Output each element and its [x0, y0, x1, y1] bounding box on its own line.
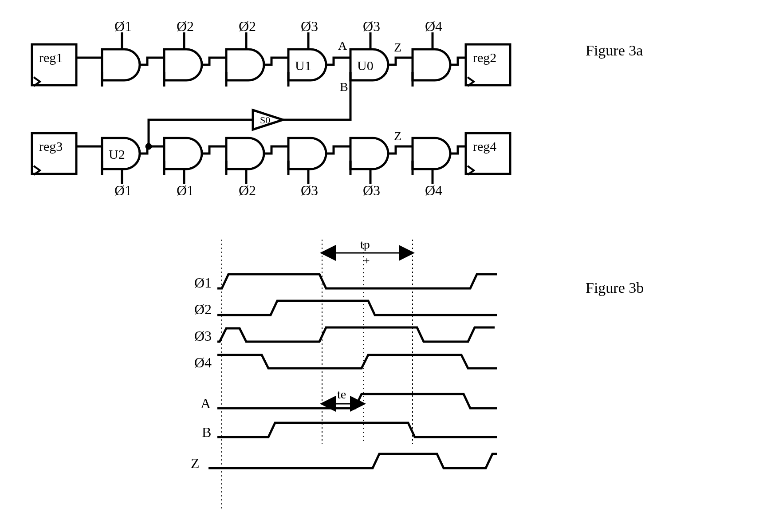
sig-3: Ø3: [194, 328, 212, 344]
bot-gate-4: [288, 138, 326, 169]
gate-u2-label: U2: [109, 147, 125, 162]
svg-point-24: [146, 144, 151, 149]
top-gate-3: [226, 49, 264, 80]
diagram-canvas: reg1 reg2 Ø1 Ø2 Ø2 Ø3 Ø3 Ø4: [0, 0, 771, 532]
timing-guides: [222, 240, 413, 510]
reg3-label: reg3: [39, 139, 63, 154]
figure-3a: reg1 reg2 Ø1 Ø2 Ø2 Ø3 Ø3 Ø4: [32, 18, 643, 198]
phase-bot-3: Ø2: [239, 182, 256, 198]
figure-3b: Figure 3b tp +: [191, 237, 644, 510]
net-a-label: A: [338, 39, 347, 52]
bot-gate-2: [164, 138, 202, 169]
phase-bot-6: Ø4: [425, 182, 442, 198]
figure-3a-caption: Figure 3a: [586, 42, 643, 59]
gate-u1-label: U1: [295, 58, 311, 73]
phase-top-1: Ø1: [114, 18, 132, 34]
phase-top-6: Ø4: [425, 18, 442, 34]
reg2-label: reg2: [473, 50, 496, 65]
phase-bot-2: Ø1: [177, 182, 194, 198]
top-gate-6: [413, 49, 450, 80]
top-gate-2: [164, 49, 202, 80]
tp-plus: +: [364, 255, 370, 266]
sig-b: B: [202, 424, 211, 440]
phase-bot-5: Ø3: [363, 182, 380, 198]
buffer-s0-label: S0: [260, 114, 270, 126]
sig-2: Ø2: [194, 301, 212, 317]
phase-bot-4: Ø3: [301, 182, 318, 198]
bot-gate-6: [413, 138, 450, 169]
reg1-label: reg1: [39, 50, 63, 65]
sig-1: Ø1: [194, 275, 212, 291]
te-label: te: [337, 387, 346, 401]
tp-label: tp: [360, 237, 370, 251]
sig-z: Z: [191, 455, 200, 471]
phase-stubs-bot: [122, 169, 433, 184]
bot-gate-3: [226, 138, 264, 169]
net-b-label: B: [340, 80, 348, 94]
net-z-bot-label: Z: [394, 129, 401, 143]
waveforms: [208, 274, 497, 468]
sig-4: Ø4: [194, 355, 212, 370]
phase-top-4: Ø3: [301, 18, 318, 34]
phase-stubs-top: [122, 32, 433, 49]
bot-gate-5: [350, 138, 388, 169]
sig-a: A: [201, 395, 211, 411]
gate-u0-label: U0: [357, 58, 374, 73]
net-z-top-label: Z: [394, 40, 401, 54]
phase-top-2: Ø2: [177, 18, 194, 34]
phase-top-3: Ø2: [239, 18, 256, 34]
phase-top-5: Ø3: [363, 18, 380, 34]
phase-bot-1: Ø1: [114, 182, 132, 198]
top-gate-1: [102, 49, 140, 80]
reg4-label: reg4: [473, 139, 496, 154]
figure-3b-caption: Figure 3b: [586, 280, 644, 296]
